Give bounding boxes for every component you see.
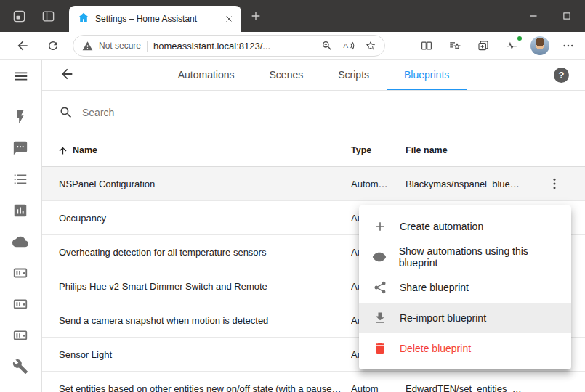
ha-appbar: Automations Scenes Scripts Blueprints ?: [42, 60, 585, 91]
ha-tabs: Automations Scenes Scripts Blueprints: [161, 60, 467, 90]
tab-title: Settings – Home Assistant: [95, 14, 217, 24]
menu-item-label: Delete blueprint: [400, 343, 471, 354]
browser-tab[interactable]: Settings – Home Assistant: [69, 6, 241, 32]
row-file: Blackymas/nspanel_blueprin…: [406, 179, 524, 189]
refresh-icon[interactable]: [44, 37, 62, 54]
table-row[interactable]: Set entities based on other entities new…: [42, 372, 585, 392]
hamburger-menu-icon[interactable]: [12, 68, 30, 86]
favorites-hub-icon[interactable]: [445, 36, 464, 55]
sidebar-item-assist[interactable]: [12, 139, 29, 157]
tab-close-icon[interactable]: [222, 12, 235, 25]
minimize-icon[interactable]: [517, 0, 550, 32]
share-icon: [372, 279, 388, 295]
maximize-icon[interactable]: [550, 0, 584, 32]
sidebar-item-server-1[interactable]: [12, 264, 29, 282]
status-badge: [516, 35, 523, 42]
ha-sidebar: [0, 60, 42, 392]
security-label: Not secure: [99, 41, 141, 51]
sidebar-item-energy[interactable]: [12, 108, 29, 126]
search-row: [42, 91, 585, 134]
divider: [147, 41, 148, 52]
search-input[interactable]: [82, 107, 568, 118]
row-name: Send a camera snapshot when motion is de…: [42, 315, 351, 326]
browser-essentials-icon[interactable]: [502, 36, 521, 55]
tab-blueprints[interactable]: Blueprints: [387, 60, 467, 90]
table-header: Name Type File name: [42, 134, 585, 167]
row-name: Sensor Light: [42, 349, 351, 360]
sidebar-item-history[interactable]: [12, 202, 29, 219]
sidebar-item-cloud[interactable]: [12, 233, 29, 250]
table-row[interactable]: NSPanel Configuration Autom… Blackymas/n…: [42, 167, 585, 201]
tab-actions-icon[interactable]: [39, 7, 57, 25]
sidebar-item-logbook[interactable]: [12, 171, 29, 188]
menu-item-delete-blueprint[interactable]: Delete blueprint: [359, 333, 571, 364]
not-secure-icon: [82, 41, 93, 52]
tab-automations[interactable]: Automations: [161, 60, 252, 90]
sort-ascending-icon[interactable]: [57, 145, 68, 156]
help-icon[interactable]: ?: [554, 68, 569, 83]
eye-icon: [372, 249, 387, 265]
favorite-star-icon[interactable]: [363, 38, 379, 54]
row-name: Set entities based on other entities new…: [42, 383, 351, 392]
tab-scenes[interactable]: Scenes: [252, 60, 321, 90]
menu-item-label: Re-import blueprint: [400, 312, 486, 324]
sidebar-item-settings[interactable]: [12, 358, 29, 375]
address-bar[interactable]: Not secure homeassistant.local:8123/... …: [73, 35, 385, 57]
download-icon: [372, 310, 388, 326]
zoom-icon[interactable]: [319, 38, 335, 54]
browser-back-icon[interactable]: [14, 37, 31, 54]
browser-toolbar: Not secure homeassistant.local:8123/... …: [0, 32, 585, 60]
menu-item-show-automations[interactable]: Show automations using this blueprint: [359, 242, 571, 272]
column-name[interactable]: Name: [73, 145, 97, 155]
row-name: Overheating detection for all temperatur…: [42, 247, 351, 258]
workspaces-icon[interactable]: [10, 7, 28, 25]
row-file: EdwardTEN/set_entities_bas…: [406, 383, 524, 392]
menu-item-reimport-blueprint[interactable]: Re-import blueprint: [359, 303, 571, 333]
context-menu: Create automation Show automations using…: [359, 205, 571, 369]
menu-item-share-blueprint[interactable]: Share blueprint: [359, 272, 571, 303]
menu-item-create-automation[interactable]: Create automation: [359, 211, 571, 242]
browser-menu-icon[interactable]: [559, 36, 578, 55]
collections-icon[interactable]: [474, 36, 493, 55]
plus-icon: [372, 219, 388, 234]
profile-avatar[interactable]: [530, 36, 549, 55]
row-type: Autom…: [351, 179, 406, 189]
trash-icon: [372, 340, 388, 356]
new-tab-icon[interactable]: [248, 8, 264, 24]
window-controls: [517, 0, 584, 32]
row-name: Occupancy: [42, 213, 351, 224]
split-screen-icon[interactable]: [417, 36, 436, 55]
browser-window: Settings – Home Assistant: [0, 0, 585, 392]
row-name: NSPanel Configuration: [42, 179, 351, 189]
row-type: Autom: [351, 383, 406, 392]
ha-back-icon[interactable]: [58, 66, 76, 83]
search-icon: [59, 105, 73, 120]
row-name: Philips Hue v2 Smart Dimmer Switch and R…: [42, 281, 351, 292]
toolbar-right-icons: [417, 34, 578, 57]
sidebar-item-server-3[interactable]: [12, 327, 29, 344]
column-type[interactable]: Type: [351, 145, 406, 155]
menu-item-label: Show automations using this blueprint: [399, 245, 560, 269]
sidebar-item-server-2[interactable]: [12, 295, 29, 313]
row-overflow-menu-icon[interactable]: [541, 171, 568, 197]
svg-text:A: A: [344, 41, 349, 49]
menu-item-label: Create automation: [400, 221, 483, 232]
column-file-name[interactable]: File name: [406, 145, 524, 155]
home-assistant-favicon: [78, 12, 89, 26]
read-aloud-icon[interactable]: A: [341, 38, 357, 54]
url-text: homeassistant.local:8123/...: [153, 41, 313, 52]
menu-item-label: Share blueprint: [400, 282, 469, 293]
tab-scripts[interactable]: Scripts: [320, 60, 387, 90]
browser-titlebar: Settings – Home Assistant: [0, 0, 585, 32]
